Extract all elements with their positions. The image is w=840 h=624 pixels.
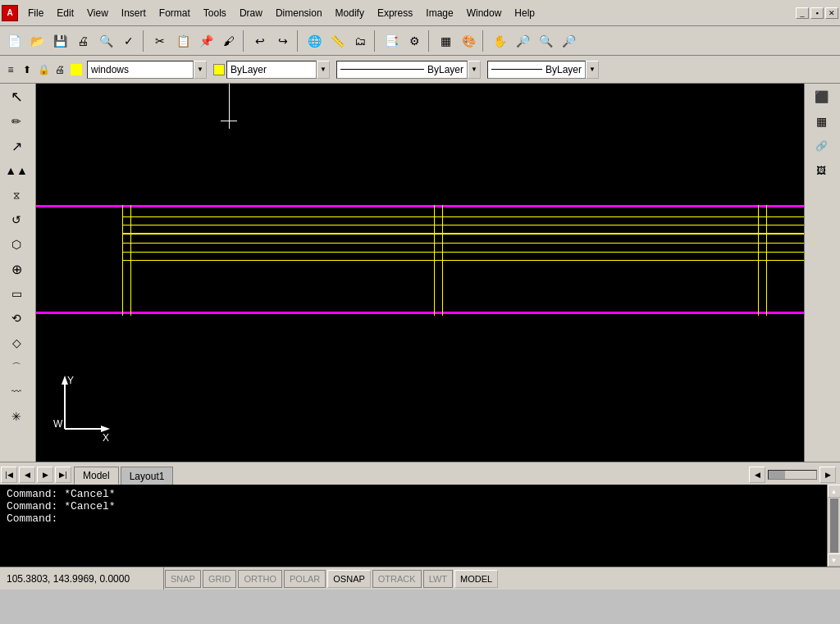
- spell-button[interactable]: ✓: [118, 30, 139, 52]
- zoom-out-button[interactable]: 🔍: [535, 30, 556, 52]
- properties-button[interactable]: ⚙: [404, 30, 425, 52]
- polar-button[interactable]: POLAR: [284, 570, 326, 588]
- close-button[interactable]: ✕: [825, 7, 838, 19]
- app-icon: A: [2, 5, 18, 21]
- layer-prev-button[interactable]: ⬆: [20, 62, 34, 77]
- minimize-button[interactable]: _: [796, 7, 809, 19]
- layer-select-arrow[interactable]: ▼: [194, 61, 207, 79]
- lineweight-select[interactable]: ByLayer: [487, 61, 586, 79]
- open-button[interactable]: 📂: [26, 30, 48, 52]
- render-button[interactable]: 🎨: [458, 30, 479, 52]
- trim-button[interactable]: ⟲: [2, 307, 31, 330]
- tab-scroll-right-button[interactable]: ▶: [819, 467, 836, 483]
- insert-button[interactable]: ⬛: [806, 85, 836, 108]
- linetype-select[interactable]: ByLayer: [336, 61, 468, 79]
- ortho-button[interactable]: ORTHO: [238, 570, 282, 588]
- xref-button[interactable]: 🔗: [806, 134, 836, 157]
- chamfer-button[interactable]: 〰: [2, 380, 31, 403]
- menu-window[interactable]: Window: [460, 4, 509, 22]
- color-select[interactable]: ByLayer: [226, 61, 317, 79]
- zoom-extra-button[interactable]: 🔎: [558, 30, 579, 52]
- move-button[interactable]: ↗: [2, 134, 31, 157]
- magenta-line-top: [36, 205, 804, 207]
- menu-express[interactable]: Express: [371, 4, 419, 22]
- redo-button[interactable]: ↪: [272, 30, 294, 52]
- layer-print-button[interactable]: 🖨: [52, 62, 67, 77]
- tab-scroll-left-button[interactable]: ◀: [749, 467, 765, 483]
- paste-button[interactable]: 📌: [195, 30, 217, 52]
- preview-button[interactable]: 🔍: [95, 30, 116, 52]
- tab-prev-button[interactable]: ◀: [19, 467, 35, 483]
- copy-button[interactable]: 📋: [172, 30, 194, 52]
- matchprop-button[interactable]: 🖌: [218, 30, 240, 52]
- copy-obj-button[interactable]: ▲▲: [2, 159, 31, 182]
- command-line-1: Command: *Cancel*: [7, 488, 833, 500]
- layer-select[interactable]: windows: [87, 61, 194, 79]
- image-button[interactable]: 🖼: [806, 159, 836, 182]
- save-button[interactable]: 💾: [49, 30, 71, 52]
- drawing-canvas[interactable]: Y X W: [36, 84, 804, 462]
- tab-layout1[interactable]: Layout1: [121, 467, 174, 485]
- linetype-select-arrow[interactable]: ▼: [468, 61, 481, 79]
- mirror-button[interactable]: ⧖: [2, 184, 31, 207]
- layer-button[interactable]: 📑: [381, 30, 402, 52]
- explode-button[interactable]: ✳: [2, 405, 31, 428]
- array-button[interactable]: ⬡: [2, 233, 31, 256]
- cmd-scroll-up-button[interactable]: ▲: [828, 485, 841, 498]
- grid-button[interactable]: GRID: [203, 570, 237, 588]
- menu-insert[interactable]: Insert: [115, 4, 153, 22]
- menu-modify[interactable]: Modify: [329, 4, 371, 22]
- menu-edit[interactable]: Edit: [50, 4, 80, 22]
- new-button[interactable]: 📄: [3, 30, 25, 52]
- undo-button[interactable]: ↩: [249, 30, 271, 52]
- zoom-in-button[interactable]: 🔎: [512, 30, 533, 52]
- select-button[interactable]: ↖: [2, 85, 31, 108]
- statusbar: 105.3803, 143.9969, 0.0000 SNAP GRID ORT…: [0, 567, 840, 590]
- hyperlink-button[interactable]: 🌐: [304, 30, 325, 52]
- cmd-scroll-down-button[interactable]: ▼: [828, 553, 841, 567]
- menu-format[interactable]: Format: [153, 4, 197, 22]
- tab-model[interactable]: Model: [74, 467, 119, 485]
- extend-button[interactable]: ◇: [2, 331, 31, 354]
- osnap-button[interactable]: OSNAP: [327, 570, 371, 588]
- layers-button[interactable]: ≡: [3, 62, 18, 77]
- lineweight-select-arrow[interactable]: ▼: [586, 61, 599, 79]
- coords-value: 105.3803, 143.9969, 0.0000: [7, 573, 130, 585]
- tab-first-button[interactable]: |◀: [1, 467, 17, 483]
- menu-help[interactable]: Help: [508, 4, 541, 22]
- command-line-3[interactable]: Command:: [7, 512, 833, 525]
- scale-button[interactable]: ⊕: [2, 257, 31, 280]
- cut-button[interactable]: ✂: [149, 30, 171, 52]
- model-button[interactable]: MODEL: [454, 570, 498, 588]
- pan-button[interactable]: ✋: [489, 30, 510, 52]
- tab-last-button[interactable]: ▶|: [55, 467, 71, 483]
- menu-tools[interactable]: Tools: [197, 4, 233, 22]
- vert-divider-3-yellow: [434, 205, 435, 316]
- distance-button[interactable]: 📏: [326, 30, 348, 52]
- fillet-button[interactable]: ⌒: [2, 356, 31, 379]
- lwt-button[interactable]: LWT: [423, 570, 453, 588]
- layer-settings-button[interactable]: 🔒: [36, 62, 51, 77]
- menu-view[interactable]: View: [80, 4, 115, 22]
- command-area: Command: *Cancel* Command: *Cancel* Comm…: [0, 485, 840, 567]
- menu-file[interactable]: File: [21, 4, 50, 22]
- erase-button[interactable]: ✏: [2, 110, 31, 133]
- stretch-button[interactable]: ▭: [2, 282, 31, 305]
- menu-dimension[interactable]: Dimension: [269, 4, 329, 22]
- tab-next-button[interactable]: ▶: [37, 467, 53, 483]
- cursor-horizontal: [221, 121, 237, 121]
- shade-button[interactable]: ▦: [435, 30, 456, 52]
- tab-scrollbar-thumb[interactable]: [769, 471, 785, 479]
- menu-image[interactable]: Image: [419, 4, 459, 22]
- menu-draw[interactable]: Draw: [233, 4, 269, 22]
- block-button[interactable]: ▦: [806, 110, 836, 133]
- snap-button[interactable]: SNAP: [165, 570, 201, 588]
- yellow-line-2: [122, 225, 804, 225]
- restore-button[interactable]: ▪: [810, 7, 824, 19]
- otrack-button[interactable]: OTRACK: [372, 570, 422, 588]
- print-button[interactable]: 🖨: [72, 30, 94, 52]
- adcenter-button[interactable]: 🗂: [349, 30, 371, 52]
- color-select-arrow[interactable]: ▼: [317, 61, 330, 79]
- ucs-icon: Y X W: [40, 371, 114, 445]
- offset-button[interactable]: ↺: [2, 208, 31, 231]
